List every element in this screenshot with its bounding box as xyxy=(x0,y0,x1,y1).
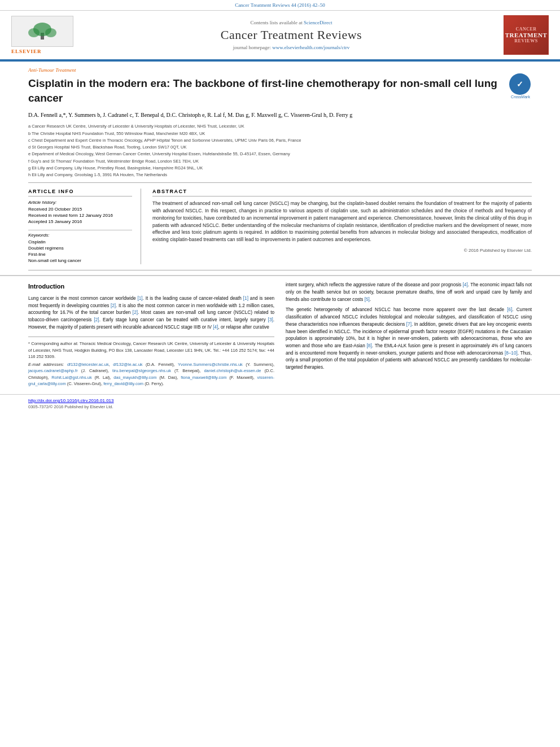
journal-center-info: Contents lists available at ScienceDirec… xyxy=(79,20,504,50)
journal-homepage-link[interactable]: www.elsevierhealth.com/journals/ctrv xyxy=(272,45,349,50)
keywords-section: Keywords: Cisplatin Doublet regimens Fir… xyxy=(28,230,132,263)
svg-point-3 xyxy=(45,28,56,37)
intro-para-2: intent surgery, which reflects the aggre… xyxy=(286,282,532,303)
doi-section: http://dx.doi.org/10.1016/j.ctrv.2016.01… xyxy=(0,394,560,412)
authors-list: D.A. Fennell a,*, Y. Summers b, J. Cadra… xyxy=(28,111,532,120)
svg-point-2 xyxy=(28,28,40,37)
cancer-treatment-reviews-logo: cancer TREATMENT reviews xyxy=(504,15,549,55)
affiliations: a Cancer Research UK Centre, University … xyxy=(28,123,532,178)
doi-copyright: 0305-7372/© 2016 Published by Elsevier L… xyxy=(28,404,532,409)
left-column: Introduction Lung cancer is the most com… xyxy=(28,282,274,388)
email-link-2[interactable]: df132@le.ac.uk xyxy=(113,362,142,367)
email-link-5[interactable]: tiru.benepal@stgeorges.nhs.uk xyxy=(112,368,171,373)
right-column: intent surgery, which reflects the aggre… xyxy=(286,282,532,388)
crossmark-label: CrossMark xyxy=(509,95,532,99)
email-link-9[interactable]: fiona_maxwell@lilly.com xyxy=(181,375,226,380)
journal-header-bar: Cancer Treatment Reviews 44 (2016) 42–50 xyxy=(0,0,560,11)
journal-title: Cancer Treatment Reviews xyxy=(79,28,504,42)
received-revised-date: Received in revised form 12 January 2016 xyxy=(28,213,132,218)
intro-para-1: Lung cancer is the most common cancer wo… xyxy=(28,295,274,331)
article-section: Anti-Tumour Treatment ✓ CrossMark Cispla… xyxy=(0,60,560,270)
article-info-panel: ARTICLE INFO Article history: Received 2… xyxy=(28,189,141,264)
email-label: E-mail addresses: xyxy=(28,362,64,367)
abstract-copyright: © 2016 Published by Elsevier Ltd. xyxy=(152,248,532,253)
email-link-11[interactable]: ferry_david@lilly.com xyxy=(103,381,143,386)
affiliation-f: f Guy's and St Thomas' Foundation Trust,… xyxy=(28,158,532,164)
affiliation-c: c Chest Department and Expert Centre in … xyxy=(28,137,532,143)
keyword-1: Cisplatin xyxy=(28,239,132,244)
abstract-heading: ABSTRACT xyxy=(152,189,532,196)
main-content: Introduction Lung cancer is the most com… xyxy=(0,275,560,394)
elsevier-tree-icon xyxy=(25,21,59,41)
journal-homepage: journal homepage: www.elsevierhealth.com… xyxy=(79,45,504,50)
journal-logo-right: cancer TREATMENT reviews xyxy=(504,15,549,55)
abstract-panel: ABSTRACT The treatment of advanced non-s… xyxy=(152,189,532,264)
article-info-abstract-section: ARTICLE INFO Article history: Received 2… xyxy=(28,182,532,270)
keyword-4: Non-small cell lung cancer xyxy=(28,258,132,263)
elsevier-label: ELSEVIER xyxy=(11,49,79,54)
corresponding-author-note: * Corresponding author at: Thoracic Medi… xyxy=(28,340,274,360)
keyword-3: First-line xyxy=(28,252,132,257)
abstract-text: The treatment of advanced non-small cell… xyxy=(152,200,532,243)
article-title: Cisplatin in the modern era: The backbon… xyxy=(28,76,532,105)
crossmark-icon: ✓ xyxy=(509,73,531,95)
received-date: Received 20 October 2015 xyxy=(28,207,132,212)
journal-citation: Cancer Treatment Reviews 44 (2016) 42–50 xyxy=(235,2,325,8)
email-link-7[interactable]: Rohit.Lal@gst.nhs.uk xyxy=(51,375,91,380)
keywords-label: Keywords: xyxy=(28,233,132,238)
affiliation-e: e Department of Medical Oncology, West G… xyxy=(28,151,532,157)
email-link-4[interactable]: jacques.cadranel@aphp.fr xyxy=(28,368,78,373)
email-link-6[interactable]: daniel.christoph@uk-essen.de xyxy=(204,368,261,373)
doi-link[interactable]: http://dx.doi.org/10.1016/j.ctrv.2016.01… xyxy=(28,398,114,403)
journal-masthead: ELSEVIER Contents lists available at Sci… xyxy=(0,11,560,60)
email-link-1[interactable]: df132@leicester.ac.uk xyxy=(67,362,109,367)
science-direct-link-area: Contents lists available at ScienceDirec… xyxy=(79,20,504,25)
affiliation-b: b The Christie Hospital NHS Foundation T… xyxy=(28,130,532,137)
intro-para-3: The genetic heterogeneity of advanced NS… xyxy=(286,307,532,371)
section-label: Anti-Tumour Treatment xyxy=(28,67,532,73)
affiliation-h: h Eli Lilly and Company, Grootslag 1-5, … xyxy=(28,172,532,178)
footnotes: * Corresponding author at: Thoracic Medi… xyxy=(28,337,274,387)
intro-heading: Introduction xyxy=(28,282,274,292)
article-info-heading: ARTICLE INFO xyxy=(28,189,132,196)
affiliation-a: a Cancer Research UK Centre, University … xyxy=(28,123,532,129)
science-direct-link[interactable]: ScienceDirect xyxy=(304,20,332,25)
keyword-2: Doublet regimens xyxy=(28,246,132,251)
crossmark-badge[interactable]: ✓ CrossMark xyxy=(509,73,532,96)
email-link-3[interactable]: Yvonne.Summers@christie.nhs.uk xyxy=(178,362,243,367)
accepted-date: Accepted 15 January 2016 xyxy=(28,219,132,224)
article-history-label: Article history: xyxy=(28,200,132,205)
affiliation-g: g Eli Lilly and Company, Lilly House, Pr… xyxy=(28,165,532,171)
email-addresses: E-mail addresses: df132@leicester.ac.uk,… xyxy=(28,361,274,387)
email-link-8[interactable]: das_mayukh@lilly.com xyxy=(113,375,156,380)
elsevier-box xyxy=(11,16,73,47)
affiliation-d: d St Georges Hospital NHS Trust, Blacksh… xyxy=(28,144,532,150)
elsevier-logo-area: ELSEVIER xyxy=(11,16,79,54)
